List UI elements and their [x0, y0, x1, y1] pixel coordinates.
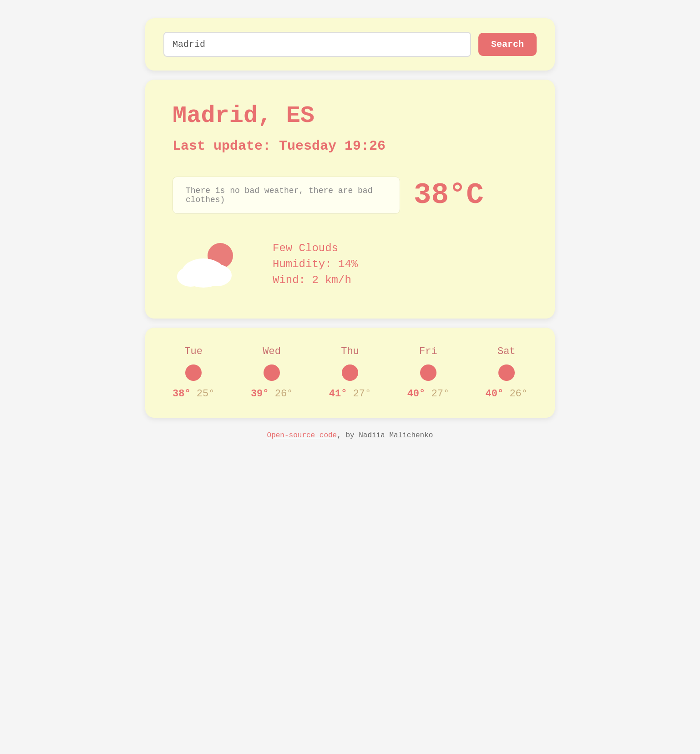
forecast-day-name: Wed [263, 346, 281, 357]
forecast-high: 41° [329, 388, 347, 400]
forecast-high: 40° [486, 388, 504, 400]
search-input[interactable] [163, 32, 471, 57]
weather-card: Madrid, ES Last update: Tuesday 19:26 Th… [145, 80, 555, 319]
humidity-text: Humidity: 14% [273, 258, 358, 270]
app-container: Search Madrid, ES Last update: Tuesday 1… [145, 18, 555, 440]
weather-icon [172, 237, 245, 291]
weather-main: There is no bad weather, there are bad c… [172, 177, 528, 214]
forecast-dot [420, 364, 436, 381]
footer-credit: , by Nadiia Malichenko [337, 431, 433, 440]
forecast-day: Tue 38° 25° [172, 346, 214, 400]
forecast-temps: 41° 27° [329, 388, 371, 400]
weather-details-row: Few Clouds Humidity: 14% Wind: 2 km/h [172, 237, 528, 291]
forecast-day: Thu 41° 27° [329, 346, 371, 400]
forecast-temps: 40° 27° [407, 388, 449, 400]
open-source-link[interactable]: Open-source code [267, 431, 337, 440]
forecast-high: 40° [407, 388, 426, 400]
forecast-grid: Tue 38° 25° Wed 39° 26° Thu 41° 27° [172, 346, 528, 400]
forecast-high: 38° [172, 388, 191, 400]
forecast-day-name: Thu [341, 346, 359, 357]
search-button[interactable]: Search [478, 33, 537, 56]
search-card: Search [145, 18, 555, 71]
forecast-low: 26° [509, 388, 528, 400]
forecast-low: 26° [275, 388, 293, 400]
forecast-day: Wed 39° 26° [251, 346, 293, 400]
forecast-dot [264, 364, 280, 381]
forecast-temps: 40° 26° [486, 388, 528, 400]
forecast-day-name: Sat [497, 346, 516, 357]
forecast-low: 27° [431, 388, 449, 400]
city-title: Madrid, ES [172, 102, 528, 129]
condition-text: Few Clouds [273, 242, 358, 254]
forecast-day: Sat 40° 26° [486, 346, 528, 400]
forecast-dot [185, 364, 202, 381]
forecast-dot [342, 364, 358, 381]
forecast-day-name: Fri [419, 346, 437, 357]
forecast-dot [498, 364, 515, 381]
footer: Open-source code, by Nadiia Malichenko [145, 431, 555, 440]
forecast-low: 25° [197, 388, 215, 400]
weather-info: Few Clouds Humidity: 14% Wind: 2 km/h [273, 242, 358, 286]
forecast-temps: 39° 26° [251, 388, 293, 400]
forecast-high: 39° [251, 388, 269, 400]
forecast-card: Tue 38° 25° Wed 39° 26° Thu 41° 27° [145, 328, 555, 418]
forecast-temps: 38° 25° [172, 388, 214, 400]
weather-quote: There is no bad weather, there are bad c… [172, 177, 400, 214]
temperature-display: 38°C [414, 179, 484, 212]
forecast-day-name: Tue [184, 346, 203, 357]
forecast-low: 27° [353, 388, 371, 400]
svg-point-4 [186, 259, 221, 283]
last-update: Last update: Tuesday 19:26 [172, 138, 528, 154]
forecast-day: Fri 40° 27° [407, 346, 449, 400]
wind-text: Wind: 2 km/h [273, 274, 358, 286]
